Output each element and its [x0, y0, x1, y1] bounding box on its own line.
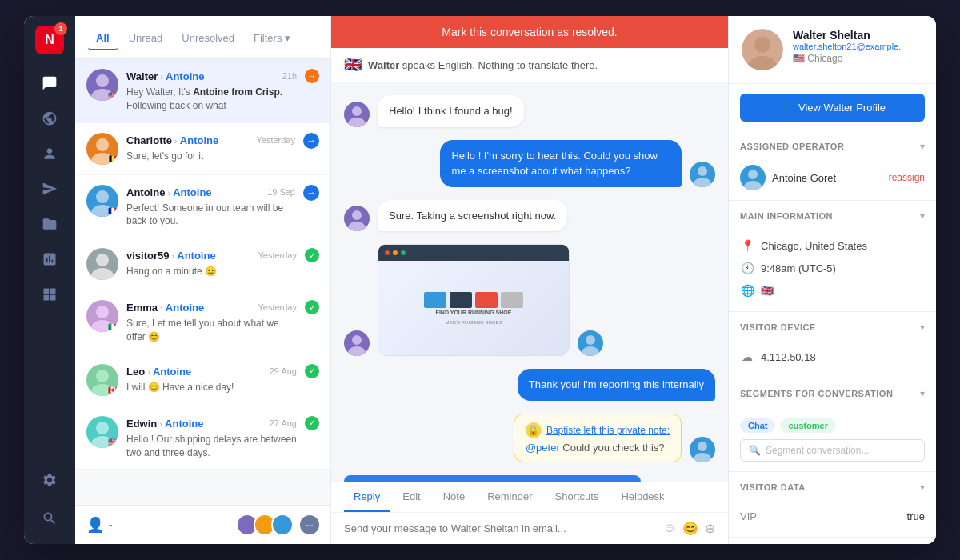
- svg-point-6: [96, 254, 109, 266]
- conv-item-emma[interactable]: 🇮🇹 Emma › Antoine Yesterday Sure, Let me…: [75, 290, 330, 354]
- sidebar-item-messages[interactable]: [34, 173, 66, 205]
- resolve-bar[interactable]: Mark this conversation as resolved.: [331, 16, 728, 48]
- chat-input-bar: ☺ 😊 ⊕: [331, 512, 728, 544]
- visitor-device-header[interactable]: VISITOR DEVICE ▾: [729, 312, 936, 342]
- conv-status-visitor59: ✓: [305, 248, 319, 262]
- reassign-link[interactable]: reassign: [889, 172, 925, 183]
- tab-unresolved[interactable]: Unresolved: [174, 27, 242, 50]
- language-link[interactable]: English: [438, 59, 473, 71]
- profile-location: 🇺🇸 Chicago: [793, 53, 923, 64]
- tab-filters[interactable]: Filters ▾: [246, 27, 298, 50]
- avatar-walter: 🇺🇸: [86, 69, 118, 101]
- segment-tag-customer[interactable]: customer: [780, 418, 836, 433]
- svg-point-16: [698, 166, 707, 176]
- sidebar-item-folder[interactable]: [34, 208, 66, 240]
- main-info-header[interactable]: MAIN INFORMATION ▾: [729, 201, 936, 231]
- avatar-charlotte: 🇧🇪: [86, 133, 118, 165]
- avatar-leo: 🇨🇦: [86, 364, 118, 396]
- main-info-body: 📍 Chicago, United States 🕙 9:48am (UTC-5…: [729, 231, 936, 311]
- app-logo[interactable]: N 1: [35, 26, 64, 54]
- vd-row-vip: VIP true: [740, 506, 925, 527]
- msg-image-screenshot: FIND YOUR RUNNING SHOE MEN'S RUNNING SHO…: [378, 244, 570, 356]
- chevron-down-icon-4: ▾: [920, 388, 925, 399]
- visitor-data-header[interactable]: VISITOR DATA ▾: [729, 472, 936, 502]
- msg-avatar-walter-3: [344, 330, 370, 356]
- sidebar-item-settings[interactable]: [34, 464, 66, 496]
- avatar-edwin: 🇺🇸: [86, 416, 118, 448]
- sidebar-item-grid[interactable]: [34, 278, 66, 310]
- chat-messages: Hello! I think I found a bug! Hello ! I'…: [331, 82, 728, 482]
- msg-row-7: Hey Walter, It's antoine from Crisp. Fol…: [344, 475, 715, 482]
- profile-name: Walter Sheltan: [793, 29, 923, 42]
- msg-row-2: Hello ! I'm sorry to hear this. Could yo…: [344, 140, 715, 187]
- segments-header[interactable]: SEGMENTS FOR CONVERSATION ▾: [729, 378, 936, 409]
- svg-point-8: [96, 306, 109, 318]
- reply-tab-reply[interactable]: Reply: [344, 482, 390, 512]
- chat-input-icons: ☺ 😊 ⊕: [663, 521, 715, 536]
- sidebar-item-analytics[interactable]: [34, 243, 66, 275]
- conv-list-items: 🇺🇸 Walter › Antoine 21h Hey Walter, It's…: [75, 59, 330, 505]
- msg-row-5: Thank you! I'm reporting this internally: [344, 369, 715, 401]
- msg-row-1: Hello! I think I found a bug!: [344, 95, 715, 127]
- segments-body: Chat customer 🔍 Segment conversation...: [729, 409, 936, 471]
- tab-unread[interactable]: Unread: [121, 27, 171, 50]
- assigned-operator-header[interactable]: ASSIGNED OPERATOR ▾: [729, 131, 936, 162]
- msg-bubble-2: Hello ! I'm sorry to hear this. Could yo…: [440, 140, 682, 187]
- reply-tab-reminder[interactable]: Reminder: [478, 482, 542, 512]
- operator-avatar: [740, 165, 766, 190]
- sidebar-item-chat[interactable]: [34, 67, 66, 99]
- view-profile-button[interactable]: 👤 View Walter Profile: [740, 94, 925, 122]
- conv-item-walter[interactable]: 🇺🇸 Walter › Antoine 21h Hey Walter, It's…: [75, 59, 330, 123]
- segments-tags: Chat customer: [740, 412, 925, 439]
- conv-item-edwin[interactable]: 🇺🇸 Edwin › Antoine 27 Aug Hello ! Our sh…: [75, 406, 330, 470]
- info-time-row: 🕙 9:48am (UTC-5): [740, 257, 925, 279]
- svg-point-7: [91, 268, 114, 280]
- reply-tab-helpdesk[interactable]: Helpdesk: [611, 482, 674, 512]
- search-small-icon: 🔍: [749, 445, 761, 456]
- sidebar: N 1: [24, 16, 75, 544]
- svg-point-21: [348, 346, 366, 356]
- svg-point-30: [744, 181, 762, 190]
- reply-tab-note[interactable]: Note: [434, 482, 474, 512]
- msg-avatar-antoine-image: [578, 330, 603, 356]
- search-icon[interactable]: [34, 502, 66, 534]
- sidebar-item-contacts[interactable]: [34, 138, 66, 170]
- emoji-icon[interactable]: ☺: [663, 521, 676, 536]
- more-options-button[interactable]: ···: [300, 515, 319, 534]
- conv-item-charlotte[interactable]: 🇧🇪 Charlotte › Antoine Yesterday Sure, l…: [75, 123, 330, 175]
- segment-input[interactable]: 🔍 Segment conversation...: [740, 439, 925, 462]
- conv-item-leo[interactable]: 🇨🇦 Leo › Antoine 29 Aug I will 😊 Have a …: [75, 354, 330, 406]
- msg-row-4: FIND YOUR RUNNING SHOE MEN'S RUNNING SHO…: [344, 244, 715, 356]
- conv-item-visitor59[interactable]: visitor59 › Antoine Yesterday Hang on a …: [75, 238, 330, 290]
- svg-point-25: [694, 453, 711, 462]
- lang-bar: 🇬🇧 Walter speaks English. Nothing to tra…: [331, 48, 728, 82]
- user-remove-icon[interactable]: -: [109, 518, 113, 531]
- visitor-device-section: VISITOR DEVICE ▾ ☁ 4.112.50.18: [729, 312, 936, 378]
- clock-icon: 🕙: [740, 262, 754, 274]
- svg-point-4: [96, 190, 109, 203]
- msg-row-3: Sure. Taking a screenshot right now.: [344, 200, 715, 232]
- assigned-operator-info: Antoine Goret reassign: [740, 165, 925, 190]
- attachment-icon[interactable]: ⊕: [705, 521, 715, 536]
- reply-tab-shortcuts[interactable]: Shortcuts: [545, 482, 608, 512]
- svg-point-27: [754, 37, 770, 53]
- chevron-down-icon-5: ▾: [920, 482, 925, 493]
- footer-avatars: ···: [236, 514, 319, 536]
- conv-status-leo: ✓: [305, 364, 319, 378]
- assigned-operator-body: Antoine Goret reassign: [729, 162, 936, 200]
- note-link[interactable]: Baptiste left this private note:: [546, 425, 670, 436]
- tab-all[interactable]: All: [88, 27, 118, 50]
- segment-tag-chat[interactable]: Chat: [740, 418, 775, 433]
- msg-preview-sent: Hey Walter, It's antoine from Crisp. Fol…: [344, 475, 641, 482]
- conv-item-antoine[interactable]: 🇫🇷 Antoine › Antoine 19 Sep Perfect! Som…: [75, 175, 330, 239]
- flag-us: 🇺🇸: [107, 90, 118, 101]
- sidebar-bottom: [34, 464, 66, 534]
- conv-status-edwin: ✓: [305, 416, 319, 430]
- sidebar-item-globe[interactable]: [34, 102, 66, 134]
- user-add-icon[interactable]: 👤: [86, 516, 104, 534]
- sticker-icon[interactable]: 😊: [682, 521, 698, 536]
- chat-input[interactable]: [344, 522, 657, 534]
- chevron-down-icon-2: ▾: [920, 210, 925, 222]
- private-note: 🔒 Baptiste left this private note: @pete…: [514, 414, 682, 462]
- reply-tab-edit[interactable]: Edit: [393, 482, 430, 512]
